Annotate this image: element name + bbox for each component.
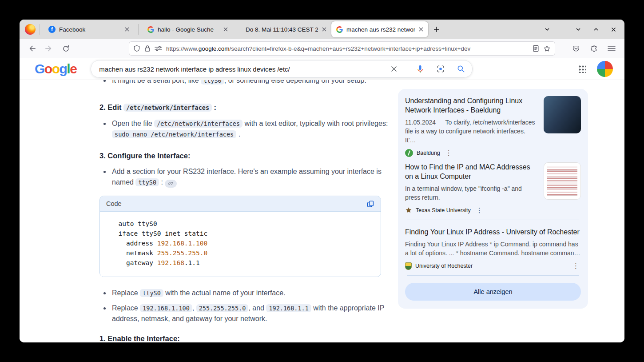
source-card-rochester[interactable]: Finding Your Linux IP Address - Universi… bbox=[405, 227, 581, 270]
clear-search-icon[interactable] bbox=[386, 61, 402, 76]
code-chip: /etc/network/interfaces bbox=[123, 104, 212, 112]
reload-button[interactable] bbox=[59, 41, 73, 56]
forward-button[interactable] bbox=[42, 41, 56, 56]
card-source: Texas State University bbox=[416, 207, 471, 213]
code-line: auto ttyS0 bbox=[111, 219, 374, 229]
url-text[interactable]: https://www.google.com/search?client=fir… bbox=[166, 45, 529, 52]
more-options-icon[interactable]: ⋮ bbox=[571, 262, 581, 270]
texas-star-icon bbox=[405, 207, 412, 214]
tab-close-icon[interactable] bbox=[223, 27, 228, 32]
search-box[interactable] bbox=[91, 60, 473, 78]
tab-facebook[interactable]: f Facebook bbox=[44, 20, 134, 39]
tab-separator bbox=[237, 24, 237, 35]
url-bar[interactable]: https://www.google.com/search?client=fir… bbox=[129, 41, 555, 56]
more-options-icon[interactable]: ⋮ bbox=[444, 149, 454, 157]
list-item-text: Replace ttyS0 with the actual name of yo… bbox=[112, 288, 286, 298]
google-apps-grid-icon[interactable] bbox=[578, 65, 586, 73]
code-block-header: Code bbox=[100, 196, 381, 212]
menu-hamburger-icon[interactable] bbox=[608, 45, 616, 52]
thumbnail-text-lines bbox=[547, 166, 577, 196]
list-item-text: Open the file /etc/network/interfaces wi… bbox=[112, 118, 394, 140]
tab-label: machen aus rs232 networ bbox=[346, 26, 415, 33]
card-title[interactable]: How to Find the IP and MAC Addresses on … bbox=[405, 162, 537, 181]
maximize-button[interactable] bbox=[593, 26, 599, 32]
google-search-header: Google bbox=[20, 58, 624, 80]
code-block-title: Code bbox=[106, 200, 122, 207]
bullet-dot bbox=[103, 123, 106, 125]
code-chip: ttyS0 bbox=[201, 80, 224, 84]
card-snippet: 11.05.2024 — To clarify, /etc/network/in… bbox=[405, 118, 537, 145]
code-chip: ttyS0 bbox=[140, 289, 163, 297]
bullet-dot bbox=[103, 307, 106, 310]
list-item: Open the file /etc/network/interfaces wi… bbox=[99, 118, 394, 140]
baeldung-leaf-icon bbox=[405, 149, 413, 157]
reader-view-icon[interactable] bbox=[533, 45, 539, 52]
card-thumbnail[interactable] bbox=[544, 162, 581, 200]
code-block: Code auto ttyS0 iface ttyS0 inet static … bbox=[99, 196, 381, 277]
show-all-button[interactable]: Alle anzeigen bbox=[405, 283, 581, 301]
card-snippet: In a terminal window, type "ifconfig -a"… bbox=[405, 184, 537, 202]
code-chip: 255.255.255.0 bbox=[196, 304, 249, 312]
tab-separator bbox=[40, 24, 40, 35]
source-card-texas-state[interactable]: How to Find the IP and MAC Addresses on … bbox=[405, 162, 581, 214]
tab-close-icon[interactable] bbox=[322, 27, 327, 32]
list-item: Replace ttyS0 with the actual name of yo… bbox=[99, 288, 394, 298]
url-prefix: https://www. bbox=[166, 45, 199, 52]
google-logo[interactable]: Google bbox=[35, 62, 76, 76]
logo-letter: e bbox=[70, 62, 76, 76]
card-title[interactable]: Understanding and Configuring Linux Netw… bbox=[405, 96, 537, 115]
card-source: Baeldung bbox=[417, 150, 440, 156]
google-lens-icon[interactable] bbox=[433, 61, 448, 76]
code-line: address 192.168.1.100 bbox=[111, 238, 374, 248]
tab-label: Do 8. Mai 11:10:43 CEST 2025 bbox=[246, 26, 318, 33]
google-g-icon bbox=[336, 26, 343, 33]
code-block-body: auto ttyS0 iface ttyS0 inet static addre… bbox=[100, 212, 381, 277]
logo-letter: g bbox=[60, 62, 67, 76]
more-options-icon[interactable]: ⋮ bbox=[474, 206, 485, 214]
bookmark-star-icon[interactable] bbox=[543, 45, 551, 52]
code-chip: 192.168.1.1 bbox=[266, 304, 311, 312]
list-item: It might be a serial port, like ttyS0, o… bbox=[99, 80, 394, 86]
firefox-logo-icon[interactable] bbox=[25, 24, 36, 35]
permissions-icon[interactable] bbox=[155, 45, 162, 52]
card-source: University of Rochester bbox=[415, 263, 473, 269]
extensions-puzzle-icon[interactable] bbox=[590, 44, 598, 52]
list-item: Add a section for your RS232 interface. … bbox=[99, 166, 394, 188]
tab-label: hallo - Google Suche bbox=[158, 26, 219, 33]
rochester-crest-icon bbox=[405, 262, 412, 270]
tab-terminal-clock[interactable]: Do 8. Mai 11:10:43 CEST 2025 bbox=[241, 20, 331, 39]
tab-close-icon[interactable] bbox=[418, 27, 424, 32]
tab-active-search[interactable]: machen aus rs232 networ bbox=[331, 21, 428, 37]
sidebar-divider bbox=[407, 220, 579, 220]
tab-google-suche[interactable]: hallo - Google Suche bbox=[143, 20, 233, 39]
logo-letter: o bbox=[44, 62, 52, 76]
minimize-button[interactable] bbox=[575, 26, 581, 32]
search-input[interactable] bbox=[99, 65, 381, 73]
sidebar-divider bbox=[407, 275, 579, 276]
tab-close-icon[interactable] bbox=[124, 27, 130, 32]
list-item-text: Replace 192.168.1.100, 255.255.255.0, an… bbox=[112, 303, 394, 324]
card-title[interactable]: Finding Your Linux IP Address - Universi… bbox=[405, 227, 581, 237]
logo-letter: o bbox=[52, 62, 60, 76]
lock-icon[interactable] bbox=[144, 45, 151, 52]
close-window-button[interactable] bbox=[611, 27, 616, 32]
copy-code-button[interactable] bbox=[367, 200, 374, 208]
new-tab-button[interactable] bbox=[430, 23, 443, 36]
profile-avatar[interactable] bbox=[597, 61, 613, 77]
list-item-text: It might be a serial port, like ttyS0, o… bbox=[112, 80, 366, 86]
tab-strip: f Facebook hallo - Google Suche Do 8. Ma… bbox=[20, 20, 624, 39]
code-chip: 192.168.1.100 bbox=[140, 304, 192, 312]
card-thumbnail[interactable] bbox=[544, 96, 581, 133]
tab-label: Facebook bbox=[59, 26, 121, 33]
list-all-tabs-chevron-icon[interactable] bbox=[544, 26, 550, 32]
search-magnifier-icon[interactable] bbox=[453, 61, 469, 76]
tracking-shield-icon[interactable] bbox=[133, 45, 140, 52]
voice-search-mic-icon[interactable] bbox=[413, 61, 428, 76]
pocket-icon[interactable] bbox=[572, 44, 580, 52]
page-content: It might be a serial port, like ttyS0, o… bbox=[20, 80, 624, 342]
section-heading-configure: 3. Configure the Interface: bbox=[99, 150, 394, 161]
source-link-chip[interactable] bbox=[165, 180, 177, 188]
back-button[interactable] bbox=[25, 41, 39, 56]
source-card-baeldung[interactable]: Understanding and Configuring Linux Netw… bbox=[405, 96, 581, 157]
tab-separator bbox=[138, 24, 139, 35]
